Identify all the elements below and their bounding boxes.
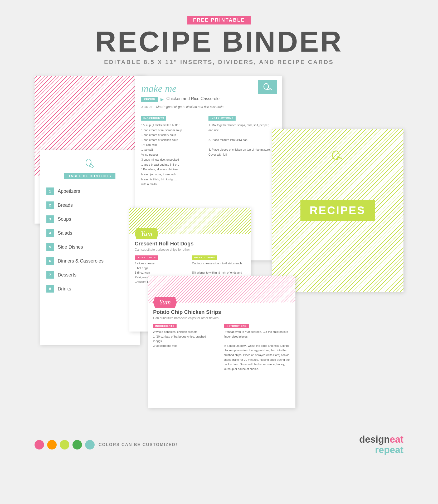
toc-item: 6 Dinners & Casseroles [46, 254, 133, 268]
potato-chip-content: Potato Chip Chicken Strips Can substitut… [148, 303, 295, 375]
toc-item: 1 Appetizers [46, 184, 133, 198]
potato-ingredients-header: INGREDIENTS [153, 324, 177, 328]
recipe-arrow-icon: ▶ [160, 97, 164, 102]
potato-chip-cols: INGREDIENTS 2 whole boneless, chicken br… [153, 323, 290, 371]
brand-logo: designeat repeat [359, 434, 403, 455]
free-printable-badge: FREE PRINTABLE [187, 16, 251, 24]
brand-design-text: design [359, 434, 390, 445]
toc-label: Appetizers [58, 189, 80, 194]
colors-section: COLORS CAN BE CUSTOMIZED! [35, 440, 177, 449]
ingredients-header: INGREDIENTS [141, 116, 166, 121]
recipe-tag: RECIPE [141, 97, 158, 102]
header: FREE PRINTABLE RECIPE BINDER EDITABLE 8.… [95, 16, 343, 66]
potato-instructions-text: Preheat oven to 400 degrees. Cut the chi… [224, 330, 290, 371]
svg-line-7 [266, 89, 271, 90]
recipes-badge: RECIPES [300, 200, 375, 221]
recipe-name: Chicken and Rice Casserole [166, 96, 276, 102]
potato-ingredients-col: INGREDIENTS 2 whole boneless, chicken br… [153, 323, 220, 371]
svg-point-6 [264, 83, 269, 89]
whisk-green-icon [331, 150, 344, 162]
brand-repeat-text: repeat [375, 444, 403, 455]
footer: COLORS CAN BE CUSTOMIZED! designeat repe… [35, 434, 403, 455]
potato-chip-title: Potato Chip Chicken Strips [153, 309, 290, 315]
toc-label: Dinners & Casseroles [58, 258, 104, 264]
potato-chip-sub: Can substitute barbecue chips for other … [153, 316, 290, 320]
green-stripe-bg: RECIPES [272, 129, 403, 292]
svg-line-10 [336, 159, 342, 160]
toc-item: 2 Breads [46, 198, 133, 212]
toc-label: Breads [58, 202, 73, 208]
table-of-contents-card: TABLE OF CONTENTS 1 Appetizers 2 Breads … [40, 150, 140, 345]
potato-instructions-header: INSTRUCTIONS [224, 324, 249, 328]
cards-area: LET'S MAKE Dinners & Casseroles TABLE [35, 76, 403, 418]
toc-item: 5 Side Dishes [46, 240, 133, 254]
recipe-label-row: RECIPE ▶ Chicken and Rice Casserole [141, 96, 276, 102]
toc-number: 7 [46, 271, 54, 279]
toc-number: 5 [46, 243, 54, 251]
toc-number: 4 [46, 229, 54, 237]
potato-instructions-col: INSTRUCTIONS Preheat oven to 400 degrees… [224, 323, 290, 371]
svg-point-9 [332, 151, 339, 159]
pink-stripe-top: Yum [148, 276, 295, 303]
recipe-body-columns: INGREDIENTS 1/2 cup (1 stick) melted but… [135, 116, 282, 187]
instructions-text: 1. Mix together butter, soups, milk, sal… [208, 123, 272, 157]
toc-number: 1 [46, 187, 54, 195]
potato-chip-recipe-card: Yum Potato Chip Chicken Strips Can subst… [148, 276, 295, 408]
crescent-roll-sub: Can substitute barbecue chips for other.… [135, 248, 245, 251]
potato-ingredients-text: 2 whole boneless, chicken breasts 1 (10 … [153, 330, 220, 348]
svg-line-4 [89, 166, 93, 168]
yum-badge-pink: Yum [153, 297, 177, 308]
toc-label: Desserts [58, 272, 76, 278]
toc-whisk-icon [46, 158, 133, 170]
svg-point-3 [86, 159, 91, 166]
yum-badge-green: Yum [135, 228, 158, 239]
about-label: ABOUT [141, 105, 153, 108]
about-row: ABOUT Mom's good ol' go-to chicken and r… [141, 104, 276, 109]
page-subtitle: EDITABLE 8.5 x 11" INSERTS, DIVIDERS, AN… [95, 59, 343, 66]
toc-number: 3 [46, 215, 54, 223]
toc-item: 8 Drinks [46, 282, 133, 296]
color-dot [47, 440, 57, 449]
toc-item: 4 Salads [46, 226, 133, 240]
color-dot [35, 440, 44, 449]
ingredients-col: INGREDIENTS 1/2 cup (1 stick) melted but… [141, 116, 208, 187]
brand-name: designeat repeat [359, 434, 403, 455]
green-stripe-top: Yum [129, 208, 251, 234]
toc-label: Drinks [58, 286, 71, 292]
crescent-instructions-header: INSTRUCTIONS [192, 255, 217, 260]
toc-label: Side Dishes [58, 244, 83, 250]
crescent-ingredients-header: INGREDIENTS [135, 255, 158, 260]
instructions-col: INSTRUCTIONS 1. Mix together butter, sou… [208, 116, 276, 187]
crescent-roll-title: Crescent Roll Hot Dogs [135, 241, 245, 247]
toc-number: 8 [46, 285, 54, 293]
recipes-green-card: RECIPES [272, 129, 403, 292]
toc-number: 6 [46, 257, 54, 265]
ingredients-text: 1/2 cup (1 stick) melted butter 1 can cr… [141, 123, 205, 187]
instructions-header: INSTRUCTIONS [208, 116, 236, 121]
brand-eat-text: eat [390, 434, 403, 445]
make-me-heading: make me [141, 83, 276, 94]
toc-list: 1 Appetizers 2 Breads 3 Soups 4 Salads 5… [46, 184, 133, 296]
colors-text: COLORS CAN BE CUSTOMIZED! [99, 442, 177, 447]
color-dots [35, 440, 95, 449]
recipe-main-header: make me RECIPE ▶ Chicken and Rice Casser… [135, 76, 282, 116]
toc-label: Soups [58, 216, 71, 222]
page-title: RECIPE BINDER [95, 27, 343, 56]
toc-number: 2 [46, 201, 54, 209]
color-dot [60, 440, 69, 449]
color-dot [85, 440, 95, 449]
color-dot [72, 440, 82, 449]
toc-header: TABLE OF CONTENTS [46, 158, 133, 184]
about-text: Mom's good ol' go-to chicken and rice ca… [156, 105, 225, 109]
toc-item: 7 Desserts [46, 268, 133, 282]
toc-item: 3 Soups [46, 212, 133, 226]
toc-label: Salads [58, 230, 72, 236]
whisk-teal-badge [258, 80, 277, 94]
toc-badge: TABLE OF CONTENTS [64, 173, 115, 179]
